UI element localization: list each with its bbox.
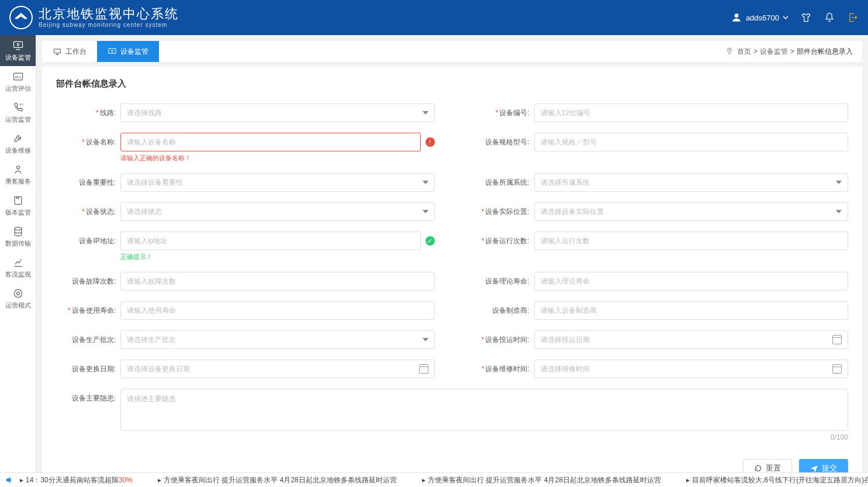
sidebar-item-label: 运营评估 — [5, 84, 31, 93]
sidebar-item-label: 版本监管 — [5, 208, 31, 217]
user-icon — [12, 164, 24, 175]
app-title-cn: 北京地铁监视中心系统 — [39, 7, 179, 21]
char-counter: 0/100 — [120, 433, 848, 441]
sidebar-item-data-transfer[interactable]: 数据传输 — [0, 221, 36, 252]
app-header: 北京地铁监视中心系统 Beijing subway monitoring cen… — [0, 0, 868, 35]
helper-device-name: 请输入正确的设备名称！ — [120, 154, 435, 163]
bell-icon[interactable] — [824, 12, 835, 23]
svg-rect-1 — [13, 42, 22, 47]
tabbar: 工作台 设备监管 首页 > 设备监管 > 部件台帐信息录入 — [42, 41, 862, 62]
label-device-no: 设备编号: — [499, 109, 529, 117]
sidebar-item-label: 设备监管 — [5, 53, 31, 62]
sidebar-item-label: 客流监视 — [5, 270, 31, 279]
reset-button[interactable]: 重置 — [743, 459, 792, 472]
logo: 北京地铁监视中心系统 Beijing subway monitoring cen… — [9, 6, 179, 29]
svg-text:AFC: AFC — [15, 75, 22, 78]
label-manufacturer: 设备制造商: — [492, 306, 529, 315]
svg-point-13 — [112, 50, 113, 52]
ticker-item: 方便乘客夜间出行 提升运营服务水平 4月28日起北京地铁多条线路延时运营 — [428, 476, 661, 484]
target-icon — [12, 288, 24, 299]
crumb-current: 部件台帐信息录入 — [797, 47, 853, 57]
select-batch[interactable]: 请选择生产批次 — [120, 330, 435, 349]
afc-icon: AFC — [12, 71, 24, 82]
input-device-name[interactable] — [120, 133, 421, 151]
input-run-count[interactable] — [534, 232, 849, 250]
tab-workbench[interactable]: 工作台 — [42, 41, 97, 62]
input-manufacturer[interactable] — [534, 301, 849, 320]
label-ip: 设备IP地址: — [79, 237, 116, 245]
sidebar-item-version[interactable]: 版本监管 — [0, 190, 36, 221]
ticker-item: 方便乘客夜间出行 提升运营服务水平 4月28日起北京地铁多条线路延时运营 — [164, 476, 397, 484]
svg-text:ACC: ACC — [19, 102, 24, 105]
label-status: 设备状态: — [86, 208, 116, 216]
select-status[interactable]: 请选择状态 — [120, 202, 435, 221]
submit-button[interactable]: 提交 — [799, 459, 848, 472]
date-replace[interactable]: 请选择设备更换日期 — [120, 360, 435, 378]
error-badge-icon: ! — [426, 137, 435, 147]
monitor-icon — [12, 40, 24, 51]
pin-icon — [725, 47, 734, 56]
app-title-en: Beijing subway monitoring center system — [39, 22, 179, 28]
label-position: 设备实际位置: — [485, 208, 529, 216]
wrench-icon — [12, 133, 24, 144]
label-replace-date: 设备更换日期: — [72, 365, 116, 373]
user-menu[interactable]: adds6700 — [731, 12, 789, 23]
sidebar-item-label: 运营模式 — [5, 301, 31, 310]
logout-icon[interactable] — [847, 12, 859, 23]
input-ip[interactable] — [120, 232, 421, 250]
select-importance[interactable]: 请选择设备重要性 — [120, 173, 435, 192]
chart-icon — [12, 257, 24, 268]
tab-device-monitor[interactable]: 设备监管 — [97, 41, 159, 62]
sidebar-item-flow-monitor[interactable]: 客流监视 — [0, 252, 36, 283]
textarea-hazard[interactable] — [120, 389, 848, 431]
input-theory-life[interactable] — [534, 272, 849, 291]
svg-point-2 — [17, 43, 19, 45]
panel-title: 部件台帐信息录入 — [56, 78, 848, 89]
label-system: 设备所属系统: — [485, 178, 529, 186]
label-hazard: 设备主要隐患: — [72, 394, 116, 402]
input-use-life[interactable] — [120, 301, 435, 320]
label-run-count: 设备运行次数: — [485, 237, 529, 245]
select-position[interactable]: 请选择设备实际位置 — [534, 202, 849, 221]
ticker-item: 14：30分天通苑南站客流超限 — [26, 476, 119, 484]
label-use-life: 设备使用寿命: — [72, 306, 116, 315]
refresh-icon — [754, 464, 762, 472]
sidebar-item-operation-mode[interactable]: 运营模式 — [0, 283, 36, 314]
input-fault-count[interactable] — [120, 272, 435, 291]
sidebar-item-passenger[interactable]: 乘客服务 — [0, 159, 36, 190]
chevron-down-icon — [783, 15, 789, 20]
sidebar-item-repair[interactable]: 设备维修 — [0, 128, 36, 159]
date-repair[interactable]: 请选择维修时间 — [534, 360, 849, 378]
sidebar-item-operation-monitor[interactable]: ACC 运营监管 — [0, 97, 36, 128]
submit-label: 提交 — [822, 463, 837, 472]
input-spec[interactable] — [534, 133, 849, 151]
select-system[interactable]: 请选择所属系统 — [534, 173, 849, 192]
crumb-level1[interactable]: 设备监管 — [760, 47, 788, 57]
content-area: 工作台 设备监管 首页 > 设备监管 > 部件台帐信息录入 部件台帐信息录入 *… — [36, 35, 868, 472]
svg-point-14 — [729, 50, 730, 51]
breadcrumb: 首页 > 设备监管 > 部件台帐信息录入 — [725, 41, 862, 62]
sidebar-item-label: 设备维修 — [5, 146, 31, 155]
tshirt-icon[interactable] — [800, 12, 812, 23]
label-fault-count: 设备故障次数: — [72, 277, 116, 285]
svg-point-10 — [16, 292, 19, 295]
sidebar-item-device-monitor[interactable]: 设备监管 — [0, 35, 36, 66]
crumb-home[interactable]: 首页 — [737, 47, 751, 57]
date-operate[interactable]: 请选择投运日期 — [534, 330, 849, 349]
label-importance: 设备重要性: — [79, 178, 116, 186]
label-device-name: 设备名称: — [86, 138, 116, 146]
input-device-no[interactable] — [534, 103, 849, 122]
success-badge-icon: ✓ — [426, 236, 435, 246]
monitor-icon — [108, 47, 117, 56]
tab-label: 工作台 — [65, 47, 87, 57]
logo-icon — [9, 6, 33, 29]
select-line[interactable]: 请选择线路 — [120, 103, 435, 122]
book-icon — [12, 195, 24, 206]
username-label: adds6700 — [746, 13, 779, 22]
reset-label: 重置 — [766, 463, 781, 472]
sidebar-item-label: 数据传输 — [5, 239, 31, 248]
sidebar-item-operation-eval[interactable]: AFC 运营评估 — [0, 66, 36, 97]
label-batch: 设备生产批次: — [72, 336, 116, 344]
svg-point-6 — [16, 166, 19, 169]
tab-label: 设备监管 — [120, 47, 148, 57]
